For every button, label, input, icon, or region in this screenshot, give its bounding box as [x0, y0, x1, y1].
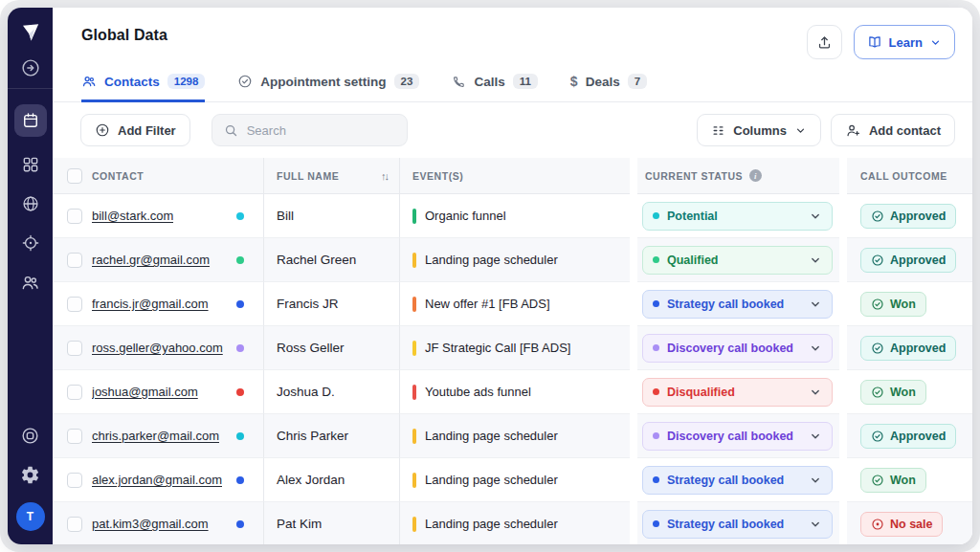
outcome-label: Won — [890, 474, 916, 487]
add-filter-label: Add Filter — [118, 123, 176, 138]
table-row: chris.parker@mail.com Chris Parker Landi… — [53, 414, 972, 458]
status-dropdown[interactable]: Strategy call booked — [642, 466, 833, 495]
person-plus-icon — [845, 122, 861, 139]
chevron-down-icon — [809, 254, 822, 267]
event-color-bar — [412, 385, 416, 400]
status-dot — [653, 212, 659, 219]
tab-deals[interactable]: $ Deals 7 — [570, 74, 647, 102]
info-icon[interactable]: i — [749, 169, 762, 182]
collapse-arrow-icon[interactable] — [20, 57, 41, 78]
col-header-full-name[interactable]: FULL NAME ↑↓ — [263, 158, 399, 194]
outcome-label: Approved — [890, 210, 946, 223]
sidebar-item-calendar[interactable] — [14, 104, 47, 137]
event-color-bar — [412, 473, 416, 488]
search-input-wrap[interactable] — [212, 114, 408, 146]
contact-color-dot — [236, 212, 244, 220]
row-checkbox[interactable] — [67, 429, 82, 444]
tab-label: Calls — [474, 75, 504, 89]
contact-email-link[interactable]: alex.jordan@gmail.com — [92, 473, 222, 487]
contact-email-link[interactable]: rachel.gr@gmail.com — [92, 253, 210, 267]
tab-label: Appointment setting — [260, 75, 386, 89]
status-dot — [653, 256, 659, 263]
add-contact-button[interactable]: Add contact — [831, 114, 955, 146]
chevron-down-icon — [809, 430, 822, 443]
event-color-bar — [412, 297, 416, 312]
columns-icon — [711, 123, 725, 138]
contact-email-link[interactable]: bill@stark.com — [92, 209, 173, 223]
status-dropdown[interactable]: Qualified — [642, 246, 833, 275]
contact-color-dot — [236, 344, 244, 352]
settings-gear-icon[interactable] — [19, 463, 42, 486]
status-dropdown[interactable]: Potential — [642, 202, 833, 231]
sidebar-item-contacts[interactable] — [19, 271, 42, 294]
select-all-checkbox[interactable] — [67, 168, 82, 184]
event-color-bar — [412, 341, 416, 356]
row-checkbox[interactable] — [67, 341, 82, 356]
row-checkbox[interactable] — [67, 517, 82, 532]
status-dropdown[interactable]: Discovery call booked — [642, 422, 833, 451]
status-dropdown[interactable]: Strategy call booked — [642, 290, 833, 319]
chevron-down-icon — [929, 36, 942, 49]
add-filter-button[interactable]: Add Filter — [80, 114, 190, 146]
book-icon — [867, 34, 882, 50]
row-checkbox[interactable] — [67, 473, 82, 488]
contact-color-dot — [236, 476, 244, 484]
full-name: Joshua D. — [277, 385, 335, 399]
event-label: New offer #1 [FB ADS] — [425, 297, 550, 311]
full-name: Bill — [277, 209, 294, 223]
event-label: Landing page scheduler — [425, 517, 558, 531]
contact-color-dot — [236, 300, 244, 308]
status-dropdown[interactable]: Disqualified — [642, 378, 833, 407]
sidebar-nav — [8, 89, 53, 424]
columns-label: Columns — [733, 123, 787, 138]
outcome-check-icon — [871, 430, 884, 443]
status-dropdown[interactable]: Discovery call booked — [642, 334, 833, 363]
chevron-down-icon — [794, 124, 807, 137]
sort-icon[interactable]: ↑↓ — [381, 170, 388, 182]
full-name: Alex Jordan — [277, 473, 345, 487]
tab-label: Contacts — [104, 75, 160, 89]
contact-email-link[interactable]: chris.parker@mail.com — [92, 429, 219, 443]
help-icon[interactable] — [19, 424, 42, 447]
tab-appointment-setting[interactable]: Appointment setting 23 — [237, 74, 419, 102]
search-input[interactable] — [247, 123, 395, 138]
outcome-check-icon — [871, 386, 884, 399]
table-body: bill@stark.com Bill Organic funnel Poten… — [53, 194, 972, 544]
outcome-label: Approved — [890, 430, 946, 443]
chevron-down-icon — [809, 474, 822, 487]
table-row: pat.kim3@gmail.com Pat Kim Landing page … — [53, 502, 972, 544]
status-label: Qualified — [667, 254, 718, 267]
sidebar-item-globe[interactable] — [19, 192, 42, 215]
status-dropdown[interactable]: Strategy call booked — [642, 510, 833, 539]
user-avatar[interactable]: T — [16, 502, 45, 531]
columns-button[interactable]: Columns — [697, 114, 821, 146]
status-dot — [653, 476, 659, 483]
learn-button[interactable]: Learn — [854, 25, 955, 59]
tab-contacts[interactable]: Contacts 1298 — [81, 74, 205, 102]
outcome-badge: Approved — [860, 248, 956, 273]
outcome-dot-circle-icon — [871, 518, 884, 531]
sidebar-item-target[interactable] — [19, 232, 42, 254]
row-checkbox[interactable] — [67, 253, 82, 268]
row-checkbox[interactable] — [67, 209, 82, 224]
table-row: alex.jordan@gmail.com Alex Jordan Landin… — [53, 458, 972, 502]
tab-calls[interactable]: Calls 11 — [452, 74, 537, 102]
status-dot — [653, 300, 659, 307]
event-label: Landing page scheduler — [425, 473, 558, 487]
col-header-contact: CONTACT — [92, 170, 144, 182]
export-button[interactable] — [807, 25, 842, 59]
contact-email-link[interactable]: pat.kim3@gmail.com — [92, 517, 209, 531]
contact-email-link[interactable]: joshua@gmail.com — [92, 385, 198, 399]
outcome-check-icon — [871, 474, 884, 487]
outcome-badge: Won — [860, 468, 926, 493]
contact-email-link[interactable]: francis.jr@gmail.com — [92, 297, 209, 311]
event-label: Youtube ads funnel — [425, 385, 531, 399]
col-header-current-status: CURRENT STATUS i — [637, 158, 839, 194]
sidebar-item-apps-grid[interactable] — [19, 153, 42, 176]
row-checkbox[interactable] — [67, 385, 82, 400]
contact-color-dot — [236, 388, 244, 396]
chevron-down-icon — [809, 210, 822, 223]
row-checkbox[interactable] — [67, 297, 82, 312]
outcome-badge: Approved — [860, 336, 956, 361]
contact-email-link[interactable]: ross.geller@yahoo.com — [92, 341, 223, 355]
